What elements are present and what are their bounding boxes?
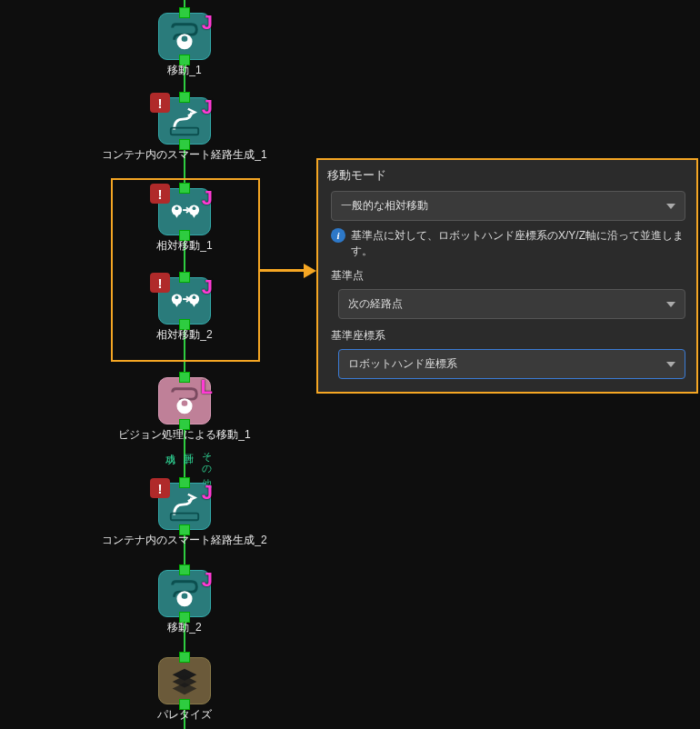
dropdown-value: 次の経路点 xyxy=(348,296,403,312)
port-in[interactable] xyxy=(179,92,190,103)
node-move-1[interactable]: J 移動_1 xyxy=(158,13,211,60)
info-text: 基準点に対して、ロボットハンド座標系のX/Y/Z軸に沿って並進します。 xyxy=(351,228,687,259)
node-vision-move-1[interactable]: L ビジョン処理による移動_1 xyxy=(158,377,211,424)
node-label: ビジョン処理による移動_1 xyxy=(118,427,250,443)
port-in[interactable] xyxy=(179,477,190,488)
dropdown-value: ロボットハンド座標系 xyxy=(348,356,457,372)
error-badge: ! xyxy=(150,478,170,498)
relative-move-icon xyxy=(167,195,202,229)
node-label: 移動_1 xyxy=(167,63,201,78)
node-label: パレタイズ xyxy=(157,707,212,723)
node-label: コンテナ内のスマート経路生成_1 xyxy=(102,147,266,163)
node-label: 相対移動_2 xyxy=(156,327,212,343)
node-move-2[interactable]: J 移動_2 xyxy=(158,570,211,617)
node-relative-move-2[interactable]: ! J 相対移動_2 xyxy=(158,277,211,325)
badge-l: L xyxy=(201,375,213,399)
port-in[interactable] xyxy=(179,272,190,283)
svg-point-1 xyxy=(182,36,188,43)
node-label: コンテナ内のスマート経路生成_2 xyxy=(102,533,266,548)
chevron-down-icon xyxy=(666,362,675,367)
smart-path-icon xyxy=(167,489,202,524)
branch-other: その他 xyxy=(200,445,214,472)
move-icon xyxy=(167,576,202,611)
ref-frame-dropdown[interactable]: ロボットハンド座標系 xyxy=(338,349,685,379)
node-relative-move-1[interactable]: ! J 相対移動_1 xyxy=(158,188,211,235)
ref-point-label: 基準点 xyxy=(331,268,687,284)
error-badge: ! xyxy=(150,93,170,113)
port-in[interactable] xyxy=(179,372,190,383)
port-in[interactable] xyxy=(179,7,190,18)
vision-move-icon xyxy=(167,384,202,418)
node-palletize[interactable]: パレタイズ xyxy=(158,657,211,704)
port-in[interactable] xyxy=(179,652,190,663)
badge-j: J xyxy=(202,186,213,210)
svg-point-12 xyxy=(182,401,188,407)
port-in[interactable] xyxy=(179,564,190,575)
ref-point-dropdown[interactable]: 次の経路点 xyxy=(338,289,685,319)
badge-j: J xyxy=(202,95,213,119)
info-icon: i xyxy=(331,228,345,243)
callout-arrow-head xyxy=(304,264,316,278)
stack-icon xyxy=(167,664,202,698)
error-badge: ! xyxy=(150,273,170,293)
badge-j: J xyxy=(202,481,213,504)
svg-point-15 xyxy=(182,594,188,600)
info-row: i 基準点に対して、ロボットハンド座標系のX/Y/Z軸に沿って並進します。 xyxy=(331,228,687,259)
branch-success: 成功 xyxy=(164,445,177,447)
relative-move-icon xyxy=(167,284,202,318)
badge-j: J xyxy=(202,275,213,299)
error-badge: ! xyxy=(150,184,170,204)
port-in[interactable] xyxy=(179,183,190,194)
svg-point-8 xyxy=(175,295,179,299)
badge-j: J xyxy=(202,11,213,35)
svg-point-6 xyxy=(193,206,196,210)
move-icon xyxy=(167,19,202,54)
svg-point-10 xyxy=(193,295,196,299)
node-smart-path-1[interactable]: ! J コンテナ内のスマート経路生成_1 xyxy=(158,97,211,145)
ref-frame-label: 基準座標系 xyxy=(331,328,687,344)
node-label: 移動_2 xyxy=(167,620,201,635)
branch-plan: 計画 xyxy=(182,445,195,447)
move-mode-dropdown[interactable]: 一般的な相対移動 xyxy=(331,191,685,221)
node-smart-path-2[interactable]: ! J コンテナ内のスマート経路生成_2 xyxy=(158,483,211,530)
panel-title: 移動モード xyxy=(327,167,687,184)
smart-path-icon xyxy=(167,104,202,138)
chevron-down-icon xyxy=(666,204,675,209)
dropdown-value: 一般的な相対移動 xyxy=(341,198,428,214)
properties-panel: 移動モード 一般的な相対移動 i 基準点に対して、ロボットハンド座標系のX/Y/… xyxy=(316,158,698,394)
svg-point-4 xyxy=(175,206,179,210)
chevron-down-icon xyxy=(666,302,675,307)
callout-arrow xyxy=(260,269,304,272)
badge-j: J xyxy=(202,568,213,592)
flow-canvas[interactable]: J 移動_1 ! J コンテナ内のスマート経路生成_1 ! J 相対移動_ xyxy=(0,0,364,729)
node-label: 相対移動_1 xyxy=(156,238,212,254)
